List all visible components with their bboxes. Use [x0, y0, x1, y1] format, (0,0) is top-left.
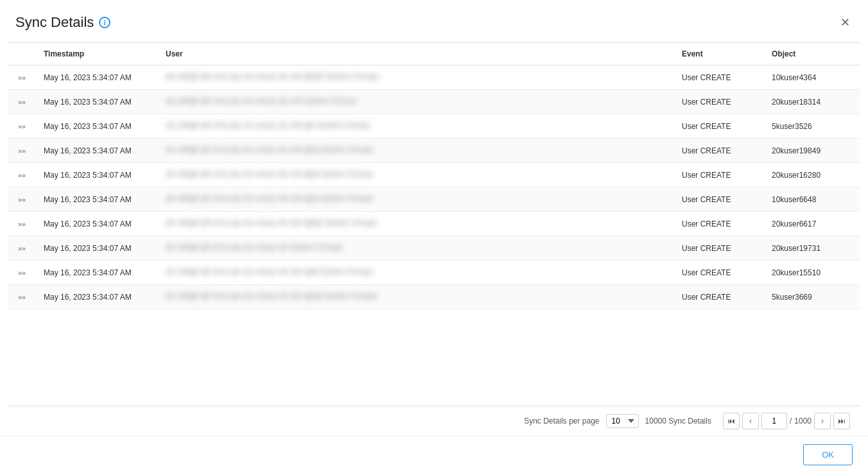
title-area: Sync Details i — [15, 14, 110, 31]
table-row: »»May 16, 2023 5:34:07 AMab cdefgh ijkl … — [8, 139, 860, 163]
dialog-title: Sync Details — [15, 14, 94, 31]
table-row: »»May 16, 2023 5:34:07 AMab cdefgh ijkl … — [8, 187, 860, 212]
next-page-button[interactable]: › — [814, 413, 831, 429]
table-row: »»May 16, 2023 5:34:07 AMab cdefgh ijkl … — [8, 285, 860, 309]
table-row: »»May 16, 2023 5:34:07 AMab cdefgh ijkl … — [8, 65, 860, 90]
table-container[interactable]: Timestamp User Event Object »»May 16, 20… — [8, 42, 860, 406]
object-cell: 5kuser3526 — [764, 114, 860, 139]
timestamp-cell: May 16, 2023 5:34:07 AM — [36, 285, 158, 309]
expand-cell: »» — [8, 114, 36, 139]
expand-button[interactable]: »» — [15, 97, 28, 107]
object-cell: 20kuser19849 — [764, 139, 860, 163]
total-pages: 1000 — [794, 417, 812, 426]
event-cell: User CREATE — [674, 261, 764, 285]
col-timestamp: Timestamp — [36, 43, 158, 65]
object-cell: 10kuser6648 — [764, 187, 860, 212]
info-icon[interactable]: i — [99, 17, 110, 28]
expand-button[interactable]: »» — [15, 292, 28, 302]
timestamp-cell: May 16, 2023 5:34:07 AM — [36, 163, 158, 187]
expand-button[interactable]: »» — [15, 268, 28, 278]
expand-button[interactable]: »» — [15, 73, 28, 83]
expand-button[interactable]: »» — [15, 194, 28, 205]
user-cell: ab cdefgh ijkl mno pqr stu vwxyz ab cde … — [158, 261, 674, 285]
page-nav: ⏮ ‹ / 1000 › ⏭ — [723, 413, 850, 429]
close-button[interactable]: ✕ — [838, 13, 853, 32]
user-cell: ab cdefgh ijkl mno pqr stu vwxyz ab cde … — [158, 114, 674, 139]
dialog-body: Timestamp User Event Object »»May 16, 20… — [0, 42, 868, 436]
col-user: User — [158, 43, 674, 65]
object-cell: 20kuser6617 — [764, 212, 860, 236]
event-cell: User CREATE — [674, 236, 764, 261]
expand-button[interactable]: »» — [15, 243, 28, 254]
timestamp-cell: May 16, 2023 5:34:07 AM — [36, 212, 158, 236]
user-cell: ab cdefgh ijkl mno pqr stu vwxyz ab cde … — [158, 139, 674, 163]
expand-cell: »» — [8, 285, 36, 309]
object-cell: 20kuser16280 — [764, 163, 860, 187]
table-row: »»May 16, 2023 5:34:07 AMab cdefgh ijkl … — [8, 212, 860, 236]
sync-details-table: Timestamp User Event Object »»May 16, 20… — [8, 43, 860, 309]
event-cell: User CREATE — [674, 163, 764, 187]
per-page-select[interactable]: 10 20 50 100 — [606, 414, 639, 428]
event-cell: User CREATE — [674, 139, 764, 163]
table-row: »»May 16, 2023 5:34:07 AMab cdefgh ijkl … — [8, 261, 860, 285]
user-cell: ab cdefgh ijkl mno pqr stu vwxyz ab Syst… — [158, 236, 674, 261]
table-header-row: Timestamp User Event Object — [8, 43, 860, 65]
user-cell: ab cdefgh ijkl mno pqr stu vwxyz ab cde … — [158, 90, 674, 114]
expand-cell: »» — [8, 163, 36, 187]
object-cell: 10kuser4364 — [764, 65, 860, 90]
timestamp-cell: May 16, 2023 5:34:07 AM — [36, 187, 158, 212]
object-cell: 20kuser18314 — [764, 90, 860, 114]
user-cell: ab cdefgh ijkl mno pqr stu vwxyz ab cde … — [158, 163, 674, 187]
table-row: »»May 16, 2023 5:34:07 AMab cdefgh ijkl … — [8, 114, 860, 139]
expand-cell: »» — [8, 139, 36, 163]
timestamp-cell: May 16, 2023 5:34:07 AM — [36, 236, 158, 261]
per-page-label: Sync Details per page — [524, 417, 599, 426]
event-cell: User CREATE — [674, 212, 764, 236]
table-row: »»May 16, 2023 5:34:07 AMab cdefgh ijkl … — [8, 90, 860, 114]
col-event: Event — [674, 43, 764, 65]
object-cell: 5kuser3669 — [764, 285, 860, 309]
page-separator: / — [790, 417, 792, 426]
expand-button[interactable]: »» — [15, 146, 28, 156]
event-cell: User CREATE — [674, 187, 764, 212]
event-cell: User CREATE — [674, 114, 764, 139]
first-page-button[interactable]: ⏮ — [723, 413, 740, 429]
expand-button[interactable]: »» — [15, 170, 28, 180]
timestamp-cell: May 16, 2023 5:34:07 AM — [36, 90, 158, 114]
event-cell: User CREATE — [674, 90, 764, 114]
expand-cell: »» — [8, 65, 36, 90]
table-row: »»May 16, 2023 5:34:07 AMab cdefgh ijkl … — [8, 236, 860, 261]
object-cell: 20kuser19731 — [764, 236, 860, 261]
last-page-button[interactable]: ⏭ — [833, 413, 850, 429]
event-cell: User CREATE — [674, 285, 764, 309]
expand-cell: »» — [8, 236, 36, 261]
expand-cell: »» — [8, 212, 36, 236]
table-row: »»May 16, 2023 5:34:07 AMab cdefgh ijkl … — [8, 163, 860, 187]
ok-button[interactable]: OK — [803, 444, 853, 465]
event-cell: User CREATE — [674, 65, 764, 90]
user-cell: ab cdefgh ijkl mno pqr stu vwxyz ab cde … — [158, 65, 674, 90]
timestamp-cell: May 16, 2023 5:34:07 AM — [36, 65, 158, 90]
expand-button[interactable]: »» — [15, 121, 28, 132]
user-cell: ab cdefgh ijkl mno pqr stu vwxyz ab cde … — [158, 212, 674, 236]
col-expand — [8, 43, 36, 65]
user-cell: ab cdefgh ijkl mno pqr stu vwxyz ab cde … — [158, 187, 674, 212]
timestamp-cell: May 16, 2023 5:34:07 AM — [36, 139, 158, 163]
total-label: 10000 Sync Details — [645, 417, 711, 426]
expand-cell: »» — [8, 261, 36, 285]
sync-details-dialog: Sync Details i ✕ Timestamp User Event Ob… — [0, 0, 868, 473]
dialog-footer: OK — [0, 436, 868, 473]
col-object: Object — [764, 43, 860, 65]
timestamp-cell: May 16, 2023 5:34:07 AM — [36, 261, 158, 285]
user-cell: ab cdefgh ijkl mno pqr stu vwxyz ab cde … — [158, 285, 674, 309]
prev-page-button[interactable]: ‹ — [742, 413, 759, 429]
expand-cell: »» — [8, 90, 36, 114]
pagination-bar: Sync Details per page 10 20 50 100 10000… — [8, 406, 860, 436]
expand-button[interactable]: »» — [15, 219, 28, 229]
current-page-input[interactable] — [761, 413, 787, 429]
object-cell: 20kuser15510 — [764, 261, 860, 285]
expand-cell: »» — [8, 187, 36, 212]
timestamp-cell: May 16, 2023 5:34:07 AM — [36, 114, 158, 139]
dialog-header: Sync Details i ✕ — [0, 0, 868, 42]
